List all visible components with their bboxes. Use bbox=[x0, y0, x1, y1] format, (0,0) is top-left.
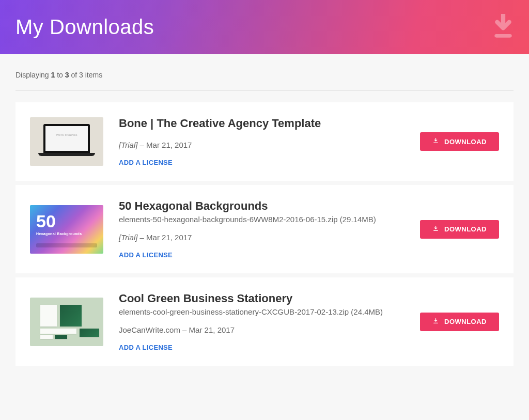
download-small-icon bbox=[432, 225, 439, 234]
download-item: Cool Green Business Stationery elements-… bbox=[15, 277, 514, 366]
download-item: We're creatives Bone | The Creative Agen… bbox=[15, 102, 514, 181]
svg-rect-3 bbox=[433, 322, 438, 323]
add-license-link[interactable]: ADD A LICENSE bbox=[119, 344, 420, 351]
item-thumbnail[interactable]: We're creatives bbox=[30, 117, 103, 166]
download-list: We're creatives Bone | The Creative Agen… bbox=[15, 102, 514, 366]
result-summary: Displaying 1 to 3 of 3 items bbox=[15, 54, 514, 91]
download-icon bbox=[493, 14, 514, 41]
item-meta: [Trial] – Mar 21, 2017 bbox=[119, 233, 420, 242]
download-small-icon bbox=[432, 137, 439, 146]
download-button[interactable]: DOWNLOAD bbox=[420, 313, 499, 331]
item-filename: elements-cool-green-business-stationery-… bbox=[119, 307, 420, 316]
item-info: Cool Green Business Stationery elements-… bbox=[119, 292, 420, 351]
item-title[interactable]: 50 Hexagonal Backgrounds bbox=[119, 199, 420, 213]
download-small-icon bbox=[432, 318, 439, 326]
item-thumbnail[interactable] bbox=[30, 298, 103, 346]
add-license-link[interactable]: ADD A LICENSE bbox=[119, 251, 420, 259]
svg-rect-1 bbox=[433, 143, 438, 143]
item-title[interactable]: Cool Green Business Stationery bbox=[119, 292, 420, 305]
svg-rect-0 bbox=[494, 34, 511, 38]
item-filename: elements-50-hexagonal-backgrounds-6WW8M2… bbox=[119, 215, 420, 224]
download-button[interactable]: DOWNLOAD bbox=[420, 132, 499, 151]
page-header: My Downloads bbox=[0, 0, 529, 54]
download-item: 50 Hexagonal Backgrounds 50 Hexagonal Ba… bbox=[15, 185, 514, 273]
download-button[interactable]: DOWNLOAD bbox=[420, 220, 499, 239]
item-title[interactable]: Bone | The Creative Agency Template bbox=[119, 117, 420, 130]
svg-rect-2 bbox=[433, 230, 438, 230]
item-info: 50 Hexagonal Backgrounds elements-50-hex… bbox=[119, 199, 420, 259]
add-license-link[interactable]: ADD A LICENSE bbox=[119, 159, 420, 166]
item-meta: [Trial] – Mar 21, 2017 bbox=[119, 141, 420, 149]
item-meta: JoeCanWrite.com – Mar 21, 2017 bbox=[119, 325, 420, 334]
item-info: Bone | The Creative Agency Template [Tri… bbox=[119, 117, 420, 166]
page-title: My Downloads bbox=[15, 15, 154, 39]
item-thumbnail[interactable]: 50 Hexagonal Backgrounds bbox=[30, 205, 103, 254]
